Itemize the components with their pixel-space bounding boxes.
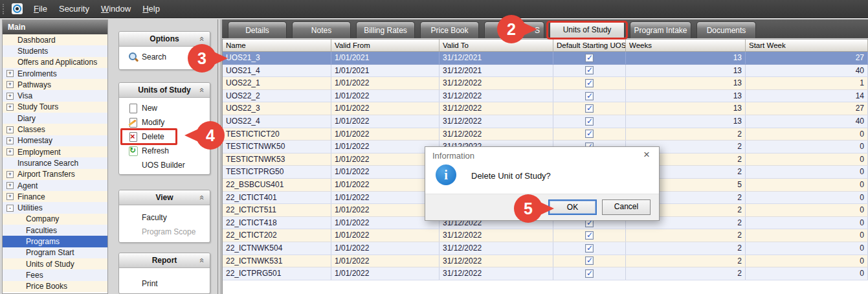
column-header[interactable]: Name [223, 40, 331, 51]
sidebar-tree-item[interactable]: Visa [3, 90, 107, 101]
table-row[interactable]: UOS21_4 1/01/2021 31/12/2021 13 40 [223, 65, 868, 78]
collapse-chevron-icon[interactable]: « [197, 193, 206, 202]
cell-valid-to: 31/12/2022 [440, 102, 553, 115]
panel-action[interactable]: Print [119, 277, 210, 291]
tree-expand-icon[interactable] [6, 93, 14, 100]
cell-start-week: 0 [746, 267, 868, 280]
sidebar-tree-item[interactable]: Study Tours [3, 102, 107, 113]
collapse-chevron-icon[interactable]: « [197, 85, 206, 95]
tab[interactable]: Price Book [420, 21, 479, 38]
default-starting-uos-checkbox[interactable] [585, 79, 594, 87]
callout-step-4: 4 [196, 121, 225, 150]
column-header[interactable]: Valid From [331, 40, 440, 51]
sidebar-tree-item[interactable]: Faculties [3, 225, 107, 236]
close-icon[interactable]: × [641, 148, 652, 161]
sidebar-tree-item[interactable]: Finance [3, 191, 107, 202]
cancel-button[interactable]: Cancel [602, 199, 651, 215]
tree-expand-icon[interactable] [6, 137, 14, 144]
sidebar-tree-item[interactable]: Classes [3, 124, 107, 135]
tab[interactable]: Units of Study [550, 21, 625, 38]
panel-action[interactable]: Refresh [119, 144, 210, 158]
tree-expand-icon[interactable] [6, 205, 14, 212]
tree-expand-icon[interactable] [6, 70, 14, 77]
table-row[interactable]: UOS22_1 1/01/2022 31/12/2022 13 1 [223, 77, 868, 90]
sidebar-tree-item[interactable]: Airport Transfers [3, 169, 107, 180]
table-row[interactable]: TESTICTICT20 1/01/2022 31/12/2022 2 0 [223, 128, 868, 141]
default-starting-uos-checkbox[interactable] [585, 269, 594, 278]
panel-action[interactable]: New [119, 101, 210, 115]
table-row[interactable]: 22_ICTNWK504 1/01/2022 31/12/2022 2 0 [223, 242, 868, 255]
units-of-study-group-header[interactable]: Units of Study « [119, 83, 210, 98]
panel-action[interactable]: UOS Builder [119, 158, 210, 172]
collapse-chevron-icon[interactable]: « [197, 34, 206, 43]
menu-item[interactable]: Window [95, 0, 137, 17]
default-starting-uos-checkbox[interactable] [585, 256, 594, 265]
default-starting-uos-checkbox[interactable] [585, 231, 594, 240]
table-row[interactable]: 22_ICTPRG501 1/01/2022 31/12/2022 2 0 [223, 267, 868, 280]
tab[interactable]: Details [228, 21, 287, 38]
sidebar-tree-item[interactable]: Insurance Search [3, 157, 107, 168]
tab[interactable]: Billing Rates [356, 21, 415, 38]
sidebar-tree-item[interactable]: Price Books [3, 281, 107, 292]
sidebar-tree-item[interactable]: Diary [3, 113, 107, 124]
cell-name: 22_ICTICT401 [223, 192, 331, 204]
cell-default-starting-uos [553, 229, 626, 242]
tree-item-label: Insurance Search [17, 159, 78, 168]
sidebar-tree-item[interactable]: Pathways [3, 79, 107, 90]
sidebar-tree-item[interactable]: Company [3, 214, 107, 225]
default-starting-uos-checkbox[interactable] [585, 117, 594, 126]
tree-expand-icon[interactable] [6, 193, 14, 200]
panel-action[interactable]: Program Scope [119, 225, 210, 239]
cell-start-week: 1 [746, 77, 868, 89]
sidebar-tree-item[interactable]: Students [3, 45, 107, 56]
sidebar-tree-item[interactable]: Programs [3, 236, 107, 247]
sidebar-tree-item[interactable]: Homestay [3, 135, 107, 146]
collapse-chevron-icon[interactable]: « [197, 256, 206, 265]
column-header[interactable]: Weeks [626, 40, 746, 51]
column-header[interactable]: Default Starting UOS [553, 40, 626, 51]
app-logo-icon [12, 3, 23, 14]
sidebar-tree-item[interactable]: Offers and Applications [3, 57, 107, 68]
view-group-header[interactable]: View « [119, 190, 210, 205]
report-group-header[interactable]: Report « [119, 253, 210, 268]
sidebar-tree-item[interactable]: Program Start [3, 247, 107, 258]
tree-expand-icon[interactable] [6, 182, 14, 189]
menu-item[interactable]: File [28, 0, 53, 17]
table-row[interactable]: 22_ICTICT202 1/01/2022 31/12/2022 2 0 [223, 229, 868, 242]
default-starting-uos-checkbox[interactable] [585, 92, 594, 100]
tab[interactable]: Documents [696, 21, 756, 38]
column-header[interactable]: Start Week [746, 40, 868, 51]
sidebar-tree-item[interactable]: Utilities [3, 202, 107, 213]
tree-expand-icon[interactable] [6, 104, 14, 111]
sidebar-tree-item[interactable]: Employment [3, 146, 107, 157]
sidebar-tree-item[interactable]: Fees [3, 269, 107, 280]
tree-expand-icon[interactable] [6, 81, 14, 88]
default-starting-uos-checkbox[interactable] [585, 244, 594, 253]
menu-item[interactable]: Security [53, 0, 95, 17]
sidebar-tree-item[interactable]: Enrolments [3, 68, 107, 79]
tree-expand-icon[interactable] [6, 148, 14, 155]
cell-name: TESTICTNWK53 [223, 153, 331, 166]
tree-expand-icon[interactable] [6, 171, 14, 178]
default-starting-uos-checkbox[interactable] [585, 130, 594, 138]
default-starting-uos-checkbox[interactable] [585, 54, 594, 62]
table-row[interactable]: 22_ICTNWK531 1/01/2022 31/12/2022 2 0 [223, 255, 868, 268]
column-header[interactable]: Valid To [440, 40, 553, 51]
ok-button[interactable]: OK [548, 199, 597, 215]
menu-item[interactable]: Help [137, 0, 166, 17]
default-starting-uos-checkbox[interactable] [585, 104, 594, 113]
table-row[interactable]: UOS22_3 1/01/2022 31/12/2022 13 27 [223, 102, 868, 115]
sidebar-tree-item[interactable]: Units of Study [3, 258, 107, 269]
panel-action-icon [128, 146, 139, 156]
tree-expand-icon[interactable] [6, 126, 14, 133]
table-row[interactable]: UOS21_3 1/01/2021 31/12/2021 13 27 [223, 52, 868, 65]
tab[interactable]: Notes [292, 21, 351, 38]
cell-default-starting-uos [553, 242, 626, 254]
table-row[interactable]: UOS22_4 1/01/2022 31/12/2022 13 40 [223, 115, 868, 128]
panel-action[interactable]: Faculty [119, 210, 210, 225]
default-starting-uos-checkbox[interactable] [585, 66, 594, 74]
sidebar-tree-item[interactable]: Agent [3, 180, 107, 191]
sidebar-tree-item[interactable]: Dashboard [3, 34, 107, 45]
table-row[interactable]: UOS22_2 1/01/2022 31/12/2022 13 14 [223, 90, 868, 103]
tab[interactable]: Program Intake [630, 21, 691, 38]
